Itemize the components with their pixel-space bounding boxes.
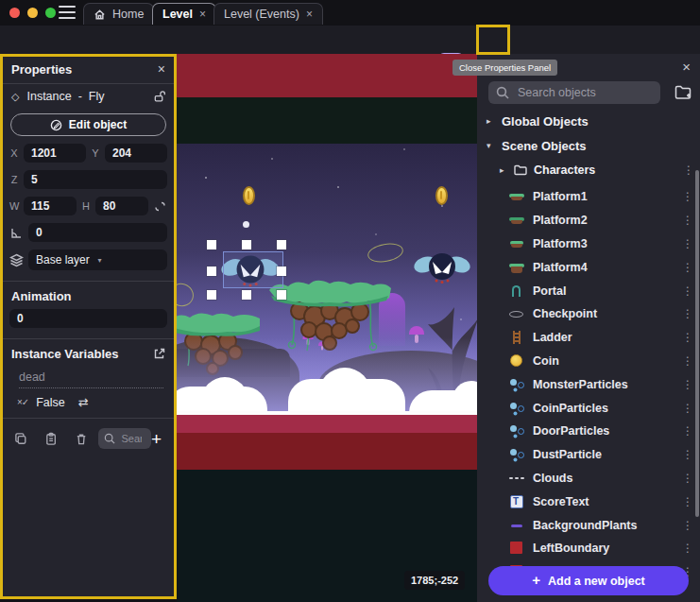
fly-monster[interactable] [414,247,470,288]
kebab-menu-icon[interactable]: ⋮ [682,519,693,532]
close-window-button[interactable] [9,8,20,18]
folder-characters[interactable]: ▸ Characters ⋮ [477,161,700,180]
height-input[interactable] [95,197,148,215]
variable-name[interactable]: dead [19,370,163,388]
toggle-boolean-icon[interactable]: ⇄ [78,395,89,409]
add-variable-button[interactable]: + [151,430,162,448]
object-list-item[interactable]: ScoreText ⋮ [477,490,700,513]
edit-object-button[interactable]: Edit object [10,113,166,136]
coin-sprite[interactable] [435,186,448,205]
scrollbar[interactable] [695,170,699,517]
link-dimensions-icon[interactable] [153,199,167,214]
objects-search[interactable] [488,81,660,104]
y-position-input[interactable] [105,144,167,163]
group-global-objects[interactable]: ▸ Global Objects [477,112,700,129]
object-name: Checkpoint [533,307,597,320]
chevron-right-icon: ▸ [487,116,494,126]
selection-rectangle[interactable] [223,251,283,288]
copy-icon[interactable] [14,432,27,446]
kebab-menu-icon[interactable]: ⋮ [682,190,693,203]
bottom-boundary [177,433,477,470]
resize-handle[interactable] [277,290,286,300]
kebab-menu-icon[interactable]: ⋮ [682,542,693,555]
kebab-menu-icon[interactable]: ⋮ [682,378,693,391]
object-list-item[interactable]: Platform2 ⋮ [477,209,700,232]
kebab-menu-icon[interactable]: ⋮ [682,424,693,438]
resize-handle[interactable] [277,267,286,276]
object-list-item[interactable]: LeftBoundary ⋮ [477,537,700,560]
resize-handle[interactable] [207,240,216,249]
z-order-input[interactable] [24,170,167,189]
objects-panel: Objects × ▸ Global Objects ▾ Scene Objec… [477,54,700,602]
kebab-menu-icon[interactable]: ⋮ [682,307,693,320]
object-list-item[interactable]: Ladder ⋮ [477,326,700,350]
object-list-item[interactable]: Platform4 ⋮ [477,255,700,279]
tab-level[interactable]: Level × [152,3,216,25]
platform1-icon [509,189,524,204]
close-objects-panel-icon[interactable]: × [682,59,691,75]
object-list-item[interactable]: Checkpoint ⋮ [477,302,700,326]
kebab-menu-icon[interactable]: ⋮ [682,331,693,344]
close-properties-icon[interactable]: × [158,61,165,77]
kebab-menu-icon[interactable]: ⋮ [682,214,693,227]
particles-icon [509,377,524,392]
angle-input[interactable] [28,223,167,242]
scene-canvas[interactable]: 1785;-252 [177,54,477,602]
object-list-item[interactable]: DustParticle ⋮ [477,443,700,467]
angle-icon [9,226,24,240]
trash-icon[interactable] [75,432,88,446]
object-list-item[interactable]: BackgroundPlants ⋮ [477,513,700,537]
resize-handle[interactable] [242,240,251,249]
instance-variables-title: Instance Variables [11,347,153,361]
object-list-item[interactable]: MonsterParticles ⋮ [477,372,700,396]
maximize-window-button[interactable] [45,8,56,18]
resize-handle[interactable] [207,267,216,276]
tab-level-events[interactable]: Level (Events) × [213,3,323,25]
group-scene-objects[interactable]: ▾ Scene Objects [477,137,700,154]
add-object-button[interactable]: + Add a new object [488,566,689,595]
open-in-editor-icon[interactable] [153,348,165,360]
menu-icon[interactable] [59,6,76,19]
object-name: LeftBoundary [533,542,609,555]
object-list-item[interactable]: Coin ⋮ [477,350,700,373]
platform4-icon [509,260,524,275]
search-variables-input[interactable] [119,432,144,445]
minimize-window-button[interactable] [27,8,38,18]
object-list-item[interactable]: Platform3 ⋮ [477,232,700,256]
resize-handle[interactable] [242,290,251,300]
chevron-down-icon: ▾ [98,256,161,265]
kebab-menu-icon[interactable]: ⋮ [682,354,693,368]
paste-icon[interactable] [44,432,58,446]
close-tab-icon[interactable]: × [306,8,313,21]
kebab-menu-icon[interactable]: ⋮ [683,163,694,177]
kebab-menu-icon[interactable]: ⋮ [682,284,693,298]
unlock-icon[interactable] [153,90,165,103]
kebab-menu-icon[interactable]: ⋮ [682,448,693,461]
object-name: DoorParticles [533,424,609,438]
tab-home[interactable]: Home [83,3,154,25]
kebab-menu-icon[interactable]: ⋮ [682,261,693,274]
object-name: DustParticle [533,448,602,461]
coin-sprite[interactable] [243,186,255,205]
object-name: Platform3 [533,237,588,250]
resize-handle[interactable] [207,290,216,300]
x-position-input[interactable] [24,144,86,163]
object-list-item[interactable]: Clouds ⋮ [477,467,700,490]
objects-list: Platform1 ⋮ Platform2 ⋮ Platform3 ⋮ Plat… [477,185,700,602]
width-input[interactable] [24,197,77,215]
animation-input[interactable] [9,309,167,328]
object-list-item[interactable]: CoinParticles ⋮ [477,396,700,420]
close-tab-icon[interactable]: × [199,8,206,21]
object-list-item[interactable]: DoorParticles ⋮ [477,420,700,443]
kebab-menu-icon[interactable]: ⋮ [682,495,693,508]
kebab-menu-icon[interactable]: ⋮ [682,402,693,415]
layer-select[interactable]: Base layer ▾ [28,249,167,270]
object-list-item[interactable]: Platform1 ⋮ [477,185,700,209]
object-list-item[interactable]: Portal ⋮ [477,279,700,302]
variables-search[interactable] [98,428,150,449]
add-folder-icon[interactable] [674,83,692,102]
kebab-menu-icon[interactable]: ⋮ [682,237,693,250]
search-objects-input[interactable] [516,85,653,100]
resize-handle[interactable] [277,240,286,249]
kebab-menu-icon[interactable]: ⋮ [682,472,693,485]
